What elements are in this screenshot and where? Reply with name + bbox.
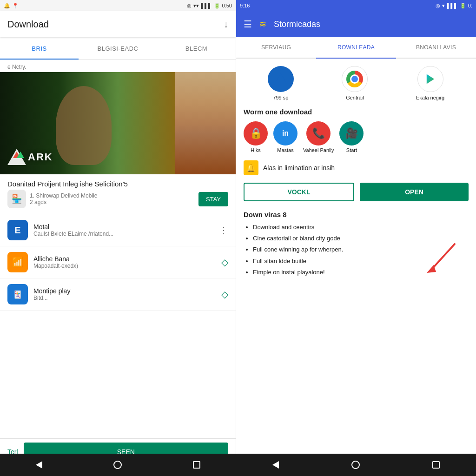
app-action-green-2[interactable]: ◇ [221,289,228,300]
vaheel-label: Vaheel Panily [303,147,334,153]
battery-icon: 🔋 [214,3,220,9]
app-name-alliche: Alliche Bana [33,255,216,263]
right-target-icon: ◎ [436,3,440,9]
app-list-item-wifi: 📶 Alliche Bana Mapoadalt-exedx) ◇ [0,246,236,278]
app-action-dots[interactable]: ⋮ [219,225,228,236]
app-action-green-1[interactable]: ◇ [221,257,228,268]
bullet-1: Download and ceentirs [253,223,469,231]
left-bottom-bar: Terl SEEN [0,438,236,454]
app-icon-item-play: Ekala negirg [416,66,444,100]
down-viras-section: Down viras 8 Download and ceentirs Cine … [244,211,469,277]
alas-text: Alas in limination ar insih [263,164,335,172]
stay-button[interactable]: STAY [198,192,228,206]
down-viras-title: Down viras 8 [244,211,469,218]
vaheel-icon-circle[interactable]: 📞 [306,121,331,145]
bullet-5: Eimple on instal playalone! [253,268,469,277]
worm-icon-start: 🎥 Start [339,121,364,153]
terl-button[interactable]: Terl [7,448,18,454]
mastas-icon-circle[interactable]: in [273,121,298,145]
app-icon-item-chrome: Gentrail [342,66,368,100]
left-status-icons: 🔔 📍 [4,3,19,9]
hiks-icon-circle[interactable]: 🔒 [244,121,268,145]
download-icon[interactable]: ↓ [224,19,228,30]
right-time-right: 0: [468,3,472,8]
promo-row: 🏪 1. Shirowap Delived Mobile 2 agds STAY [7,190,228,208]
hamburger-icon[interactable]: ☰ [244,19,252,30]
right-signal-icon: ▌▌▌ [447,3,457,8]
right-back-button[interactable] [272,461,279,469]
promo-title: Doanitad Proijent Inleg ishe Selicition'… [7,180,228,188]
app-info-montipe: Montipe play Bitd... [33,287,216,301]
worm-icon-hiks: 🔒 Hiks [244,121,268,153]
promo-sub1: 1. Shirowap Delived Mobile [30,192,195,199]
app-icon-blue: 🃏 [7,284,28,304]
right-recent-button[interactable] [432,461,440,469]
left-back-button[interactable] [36,461,42,469]
bullet-list: Download and ceentirs Cine castoriail or… [244,223,469,277]
right-home-button[interactable] [351,461,360,469]
right-status-icons: ◎ ▾ ▌▌▌ 🔋 0: [436,3,472,9]
play-store-icon [422,71,439,87]
tab-rownleada[interactable]: ROWNLEADA [316,37,396,58]
action-buttons: VOCKL OPEN [244,183,469,201]
tab-serviaug[interactable]: SERVIAUG [236,37,316,58]
tab-bnoani[interactable]: BNOANI LAVIS [396,37,476,58]
phones-bottom-nav [0,454,476,476]
alas-section: 🔔 Alas in limination ar insih [244,160,469,175]
left-status-right: ◎ ▾▾ ▌▌▌ 🔋 0:50 [187,3,232,9]
game-banner: ARK [0,72,236,174]
bullet-3: Full cone winning ap for wherpen. [253,245,469,254]
app-list-item: E Motal Caulst Bxlete ELaime /rriatend..… [0,214,236,246]
vocki-button[interactable]: VOCKL [244,183,354,201]
open-button[interactable]: OPEN [360,183,469,201]
right-battery-icon: 🔋 [460,3,466,9]
seen-button[interactable]: SEEN [24,443,228,454]
arrow-icon-circle [268,66,294,92]
app-desc-alliche: Mapoadalt-exedx) [33,263,216,269]
notification-icon: 🔔 [4,3,10,9]
left-header: Download ↓ [0,11,236,37]
worm-icon-mastas: in Mastas [273,121,298,153]
right-time: 9:16 [240,3,250,8]
worm-download-section: Worm one download 🔒 Hiks in Mastas 📞 [244,108,469,153]
app-label-gentrail: Gentrail [346,95,364,100]
app-icon-wifi: 📶 [7,252,28,272]
game-banner-side [175,72,236,174]
arrow-up-icon [274,73,287,85]
tab-blecm[interactable]: BLECM [157,37,236,60]
app-desc-motal: Caulst Bxlete ELaime /rriatend... [33,231,213,237]
app-icons-row: 799 sp Gentrail [244,66,469,100]
left-nav [0,454,236,476]
left-phone: 🔔 📍 ◎ ▾▾ ▌▌▌ 🔋 0:50 Download ↓ BRIS BLGI… [0,0,236,454]
alas-icon: 🔔 [244,160,258,175]
app-name-motal: Motal [33,223,213,231]
right-tabs: SERVIAUG ROWNLEADA BNOANI LAVIS [236,37,476,59]
app-icon-e: E [7,220,28,240]
worm-section-title: Worm one download [244,108,469,116]
chrome-icon [346,71,363,87]
stormicadas-logo-icon: ≋ [259,19,266,29]
left-recent-button[interactable] [193,461,200,469]
left-home-button[interactable] [113,461,122,469]
app-list-item-montipe: 🃏 Montipe play Bitd... ◇ [0,278,236,311]
time-display: 0:50 [222,3,232,8]
hiks-label: Hiks [251,147,260,153]
app-info-motal: Motal Caulst Bxlete ELaime /rriatend... [33,223,213,237]
bullet-2: Cine castoriail or bland city gode [253,234,469,243]
right-app-title: Stormicadas [274,20,320,29]
left-tabs: BRIS BLGISI-EADC BLECM [0,37,236,60]
tab-bris[interactable]: BRIS [0,37,79,60]
right-status-bar: 9:16 ◎ ▾ ▌▌▌ 🔋 0: [236,0,476,11]
tab-blgisi[interactable]: BLGISI-EADC [79,37,157,60]
right-content: 799 sp Gentrail [236,59,476,454]
worm-icons-row: 🔒 Hiks in Mastas 📞 Vaheel Panily [244,121,469,153]
right-home-circle-icon [351,461,360,469]
back-triangle-icon [36,461,42,469]
right-nav [236,454,476,476]
right-phone: 9:16 ◎ ▾ ▌▌▌ 🔋 0: ☰ ≋ Stormicadas SERVIA… [236,0,476,454]
app-info-alliche: Alliche Bana Mapoadalt-exedx) [33,255,216,269]
start-icon-circle[interactable]: 🎥 [339,121,364,145]
app-name-montipe: Montipe play [33,287,216,295]
app-icon-item-arrow: 799 sp [268,66,294,100]
promo-card: Doanitad Proijent Inleg ishe Selicition'… [0,174,236,214]
